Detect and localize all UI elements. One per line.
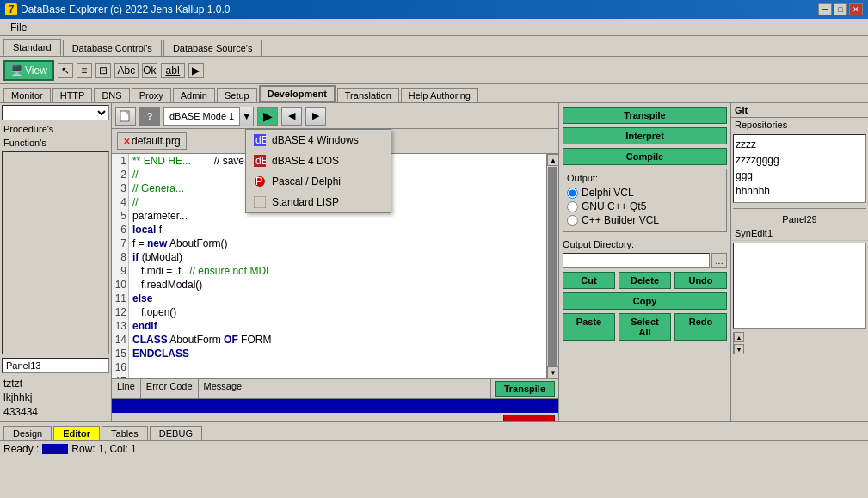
synedit-label: SynEdit1: [731, 226, 868, 241]
code-line-17: ENDCLASS: [132, 347, 543, 360]
back-button[interactable]: ◀: [281, 107, 302, 126]
output-dir-label: Output Directory:: [563, 239, 727, 249]
tab-database-sources[interactable]: Database Source's: [163, 40, 262, 56]
tab-design[interactable]: Design: [3, 426, 52, 440]
pascal-delphi-item[interactable]: P Pascal / Delphi: [246, 171, 391, 192]
tab-setup[interactable]: Setup: [217, 88, 257, 102]
tab-editor[interactable]: Editor: [53, 426, 100, 440]
mode-dropdown-arrow[interactable]: ▼: [239, 107, 253, 126]
repositories-label: Repositories: [731, 118, 868, 132]
help-button[interactable]: ?: [139, 107, 160, 126]
maximize-button[interactable]: □: [834, 3, 847, 15]
radio-cbuilder-input[interactable]: [567, 215, 578, 226]
radio-gnu-input[interactable]: [567, 201, 578, 212]
transpile-button-2[interactable]: Transpile: [495, 381, 555, 397]
tab-help-authoring[interactable]: Help Authoring: [401, 88, 478, 102]
center-area: ? dBASE Mode 1 ▼ dB dBASE 4 Windows: [112, 103, 730, 421]
output-group: Output: Delphi VCL GNU C++ Qt5 C++ Build…: [563, 169, 727, 232]
center-panel: ? dBASE Mode 1 ▼ dB dBASE 4 Windows: [112, 103, 558, 421]
tab-tables[interactable]: Tables: [102, 426, 148, 440]
scroll-up-button[interactable]: ▲: [547, 154, 558, 166]
transpile-button-3[interactable]: [503, 415, 555, 421]
tab-admin[interactable]: Admin: [173, 88, 215, 102]
tab-standard[interactable]: Standard: [3, 39, 61, 56]
minimize-button[interactable]: ─: [818, 3, 832, 15]
editor-scrollbar[interactable]: ▲ ▼: [546, 154, 558, 378]
tab-database-controls[interactable]: Database Control's: [63, 40, 162, 56]
output-dir-input[interactable]: [563, 253, 710, 268]
output-title: Output:: [567, 173, 723, 183]
error-panel: Line Error Code Message Transpile: [112, 378, 558, 421]
tab-development[interactable]: Development: [259, 85, 336, 102]
compile-button[interactable]: Compile: [563, 148, 727, 165]
output-dir-row: …: [563, 253, 727, 268]
scroll-thumb[interactable]: [548, 167, 557, 366]
left-panel-select[interactable]: [2, 105, 109, 120]
play-button[interactable]: ▶: [257, 107, 278, 126]
svg-text:P: P: [255, 175, 262, 188]
mode-dropdown[interactable]: dBASE Mode 1 ▼: [163, 107, 254, 126]
cursor-icon-btn[interactable]: ↖: [58, 63, 73, 78]
default-prg-tab[interactable]: ✕ default.prg: [117, 132, 187, 150]
cut-button[interactable]: Cut: [563, 272, 615, 289]
svg-rect-8: [254, 196, 266, 208]
abc-icon-btn[interactable]: Abc: [114, 63, 139, 78]
synedit-area[interactable]: [733, 243, 866, 329]
tab-dns[interactable]: DNS: [94, 88, 129, 102]
view-button[interactable]: 🖥️ View: [3, 60, 54, 81]
dbase4-windows-icon: dB: [253, 133, 267, 147]
repositories-list[interactable]: zzzz zzzzgggg ggg hhhhhh: [733, 134, 866, 203]
transpile-button[interactable]: Transpile: [563, 107, 727, 124]
code-line-10: f.readModal(): [132, 278, 543, 292]
action-panel: Transpile Interpret Compile Output: Delp…: [558, 103, 730, 421]
scroll-down-button[interactable]: ▼: [547, 366, 558, 378]
dbase4-windows-item[interactable]: dB dBASE 4 Windows: [246, 130, 391, 151]
tab-http[interactable]: HTTP: [52, 88, 93, 102]
menu-file[interactable]: File: [3, 20, 34, 35]
radio-delphi-input[interactable]: [567, 188, 578, 199]
tab-translation[interactable]: Translation: [337, 88, 399, 102]
close-button[interactable]: ✕: [849, 3, 863, 15]
delete-button[interactable]: Delete: [619, 272, 671, 289]
position-label: Row: 1, Col: 1: [71, 443, 136, 455]
tab-proxy[interactable]: Proxy: [132, 88, 171, 102]
undo-button[interactable]: Undo: [674, 272, 727, 289]
forward-button[interactable]: ▶: [305, 107, 326, 126]
code-line-13: endif: [132, 319, 543, 333]
more-icon-btn[interactable]: ▶: [188, 63, 204, 78]
output-dir-browse[interactable]: …: [711, 253, 727, 268]
panel13-label: Panel13: [2, 358, 109, 373]
status-bar: Ready : Row: 1, Col: 1: [0, 440, 868, 456]
ok-icon-btn[interactable]: Ok: [142, 63, 157, 78]
code-line-7: f = new AboutForm(): [132, 237, 543, 250]
error-row: [112, 399, 558, 413]
transpile-btn-2-wrapper: Transpile: [491, 379, 558, 398]
right-scroll-down[interactable]: ▼: [734, 344, 744, 354]
tab-monitor[interactable]: Monitor: [3, 88, 51, 102]
indent-icon-btn[interactable]: ⊟: [95, 63, 111, 78]
right-panel: Git Repositories zzzz zzzzgggg ggg hhhhh…: [730, 103, 868, 421]
copy-button[interactable]: Copy: [563, 292, 727, 310]
title-bar-text: DataBase Explorer (c) 2022 Jens Kallup 1…: [21, 3, 230, 15]
right-scrollbar[interactable]: ▲ ▼: [733, 332, 743, 354]
paste-button[interactable]: Paste: [563, 313, 615, 341]
action-row-3: Paste Select All Redo: [563, 313, 727, 341]
tab-debug[interactable]: DEBUG: [150, 426, 202, 440]
file-tab-close[interactable]: ✕: [123, 137, 130, 146]
redo-button[interactable]: Redo: [674, 313, 727, 341]
select-all-button[interactable]: Select All: [619, 313, 671, 341]
right-scroll-up[interactable]: ▲: [734, 332, 744, 342]
status-indicator: [42, 444, 68, 454]
svg-text:dB: dB: [255, 155, 266, 167]
menu-bar: File: [0, 19, 868, 36]
code-line-12: f.open(): [132, 305, 543, 319]
dbase4-dos-item[interactable]: dB dBASE 4 DOS: [246, 151, 391, 171]
interpret-button[interactable]: Interpret: [563, 127, 727, 144]
standard-lisp-icon: [253, 195, 267, 209]
svg-text:dB: dB: [255, 134, 266, 146]
standard-lisp-item[interactable]: Standard LISP: [246, 192, 391, 212]
abi-icon-btn[interactable]: abI: [161, 63, 185, 78]
new-file-button[interactable]: [115, 107, 136, 126]
title-bar-left: 7 DataBase Explorer (c) 2022 Jens Kallup…: [5, 3, 230, 15]
lines-icon-btn[interactable]: ≡: [77, 63, 92, 78]
